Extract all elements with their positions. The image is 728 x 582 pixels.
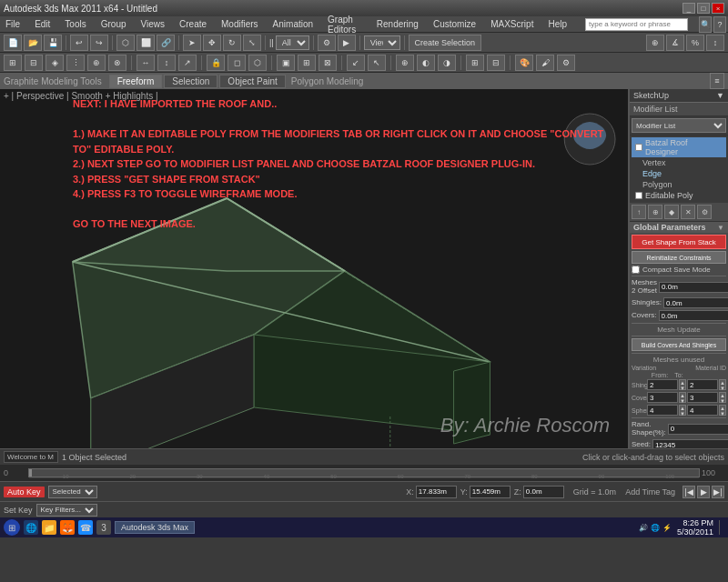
- redo-btn[interactable]: ↪: [90, 35, 108, 51]
- covers-to-spinner[interactable]: ▲ ▼: [719, 392, 726, 403]
- tb2-btn6[interactable]: ⊗: [108, 55, 126, 71]
- viewport[interactable]: + | Perspective | Smooth + Highlights |: [0, 89, 630, 448]
- meshes2-input[interactable]: [659, 282, 728, 293]
- render-setup-btn[interactable]: ⚙: [318, 35, 336, 51]
- covers-to-input[interactable]: [687, 392, 718, 403]
- spheres-from-spinner[interactable]: ▲ ▼: [679, 405, 686, 416]
- save-btn[interactable]: 💾: [44, 35, 62, 51]
- selected-dropdown[interactable]: Selected: [48, 486, 97, 498]
- modifier-polygon[interactable]: Polygon: [632, 179, 726, 190]
- add-time-tag-btn[interactable]: Add Time Tag: [625, 487, 675, 497]
- mod-icon-config[interactable]: ⚙: [697, 205, 712, 219]
- menu-maxscript[interactable]: MAXScript: [487, 18, 537, 30]
- tb2-btn18[interactable]: ⊕: [396, 55, 414, 71]
- select-btn[interactable]: ➤: [183, 35, 201, 51]
- folder-icon[interactable]: 📁: [42, 520, 56, 535]
- seed-input[interactable]: [652, 439, 728, 448]
- search-input[interactable]: [585, 18, 688, 31]
- global-params-title[interactable]: Global Parameters ▼: [630, 222, 728, 233]
- menu-rendering[interactable]: Rendering: [373, 18, 422, 30]
- spinner-snap-btn[interactable]: ↕: [706, 35, 724, 51]
- tb2-btn23[interactable]: 🎨: [515, 55, 533, 71]
- autokey-btn[interactable]: Auto Key: [4, 487, 45, 497]
- menu-modifiers[interactable]: Modifiers: [217, 18, 262, 30]
- tb2-btn9[interactable]: ↗: [178, 55, 197, 71]
- mod-icon-paste[interactable]: ◆: [664, 205, 679, 219]
- next-frame-btn[interactable]: ▶|: [712, 486, 724, 498]
- undo-btn[interactable]: ↩: [70, 35, 88, 51]
- right-panel-scroll[interactable]: Global Parameters ▼ Get Shape From Stack…: [630, 222, 728, 448]
- tb2-btn16[interactable]: ↙: [347, 55, 365, 71]
- graphite-tab-selection[interactable]: Selection: [164, 75, 217, 88]
- angle-snap-btn[interactable]: ∡: [666, 35, 684, 51]
- open-btn[interactable]: 📂: [24, 35, 42, 51]
- menu-customize[interactable]: Customize: [430, 18, 480, 30]
- new-btn[interactable]: 📄: [4, 35, 22, 51]
- menu-group[interactable]: Group: [97, 18, 130, 30]
- set-key-btn[interactable]: Set Key: [4, 506, 33, 515]
- select-region-btn[interactable]: ⬜: [136, 35, 155, 51]
- modifier-editable-poly[interactable]: Editable Poly: [632, 190, 726, 201]
- prev-frame-btn[interactable]: |◀: [682, 486, 695, 498]
- shingles-from-input[interactable]: [647, 379, 678, 390]
- select-obj-btn[interactable]: ⬡: [116, 35, 135, 51]
- minimize-btn[interactable]: _: [682, 3, 695, 14]
- modifier-edge[interactable]: Edge: [632, 168, 726, 179]
- tb2-btn22[interactable]: ⊟: [487, 55, 505, 71]
- menu-animation[interactable]: Animation: [269, 18, 317, 30]
- tb2-btn10[interactable]: 🔒: [207, 55, 225, 71]
- shingles-to-spinner[interactable]: ▲ ▼: [719, 379, 726, 390]
- start-btn[interactable]: ⊞: [4, 519, 20, 536]
- modifier-eye-editable[interactable]: [635, 192, 642, 199]
- covers-from-input[interactable]: [647, 392, 678, 403]
- snap-btn[interactable]: ⊕: [646, 35, 664, 51]
- view-select[interactable]: View: [364, 35, 400, 50]
- graphite-tab-freeform[interactable]: Freeform: [109, 75, 163, 88]
- window-controls[interactable]: _ □ ×: [682, 3, 724, 14]
- tb2-btn11[interactable]: ◻: [228, 55, 246, 71]
- link-btn[interactable]: 🔗: [157, 35, 175, 51]
- tb2-btn20[interactable]: ◑: [438, 55, 456, 71]
- mod-icon-delete[interactable]: ✕: [681, 205, 695, 219]
- z-input[interactable]: [523, 486, 564, 498]
- tb2-btn25[interactable]: ⚙: [557, 55, 575, 71]
- build-covers-btn[interactable]: Build Covers And Shingles: [632, 338, 726, 351]
- menu-create[interactable]: Create: [176, 18, 210, 30]
- graphite-tab-object-paint[interactable]: Object Paint: [219, 75, 285, 88]
- create-selection-btn[interactable]: Create Selection: [409, 35, 481, 51]
- modifier-dropdown[interactable]: Modifier List: [632, 118, 726, 133]
- close-btn[interactable]: ×: [712, 3, 724, 14]
- tb2-btn14[interactable]: ⊞: [298, 55, 316, 71]
- 3dsmax-icon[interactable]: 3: [96, 520, 111, 535]
- key-filters-select[interactable]: Key Filters...: [36, 504, 97, 517]
- rand-shape-input[interactable]: [668, 424, 728, 435]
- tb2-btn4[interactable]: ⋮: [66, 55, 85, 71]
- modifier-batzal[interactable]: Batzal Roof Designer: [632, 137, 726, 157]
- tb2-btn7[interactable]: ↔: [136, 55, 155, 71]
- shingles-from-spinner[interactable]: ▲ ▼: [679, 379, 686, 390]
- tb2-btn12[interactable]: ⬡: [248, 55, 267, 71]
- tb2-btn1[interactable]: ⊞: [4, 55, 22, 71]
- modifier-eye-batzal[interactable]: [635, 144, 642, 151]
- tb2-btn21[interactable]: ⊞: [466, 55, 484, 71]
- tb2-btn3[interactable]: ◈: [46, 55, 64, 71]
- tray-icon-3[interactable]: ⚡: [662, 524, 672, 532]
- skype-icon[interactable]: ☎: [78, 520, 93, 535]
- menu-file[interactable]: File: [2, 18, 24, 30]
- spheres-from-input[interactable]: [647, 405, 678, 416]
- shingles-input[interactable]: [663, 297, 728, 308]
- menu-edit[interactable]: Edit: [31, 18, 54, 30]
- modifier-vertex[interactable]: Vertex: [632, 157, 726, 168]
- mod-icon-move[interactable]: ↑: [632, 205, 646, 219]
- search-btn[interactable]: 🔍: [699, 16, 712, 33]
- tb2-btn2[interactable]: ⊟: [25, 55, 43, 71]
- ie-icon[interactable]: 🌐: [24, 520, 38, 535]
- mod-icon-copy[interactable]: ⊕: [648, 205, 662, 219]
- covers-input[interactable]: [659, 310, 728, 321]
- timeline-track[interactable]: 10 20 30 40 50 60 70 80 90 100: [28, 468, 700, 477]
- tb2-btn24[interactable]: 🖌: [536, 55, 554, 71]
- x-input[interactable]: [416, 486, 457, 498]
- active-window-btn[interactable]: Autodesk 3ds Max: [115, 521, 195, 534]
- graphite-extra-btn[interactable]: ≡: [710, 73, 724, 89]
- help-btn[interactable]: ?: [713, 16, 726, 33]
